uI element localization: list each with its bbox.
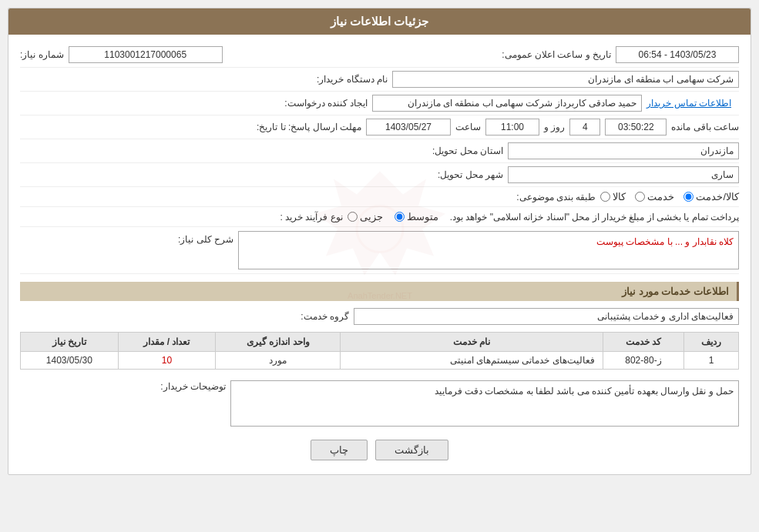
service-group-label: گروه خدمت: bbox=[287, 311, 349, 322]
deadline-days-label: روز و bbox=[544, 122, 565, 132]
buyer-notes-field: حمل و نقل وارسال بعهده تأمین کننده می با… bbox=[230, 380, 739, 427]
purchase-type-desc: پرداخت تمام یا بخشی از مبلغ خریدار از مح… bbox=[450, 212, 739, 223]
purchase-motevaset-item: متوسط bbox=[395, 211, 438, 223]
province-label: استان محل تحویل: bbox=[411, 146, 503, 156]
category-kala-khadamat-item: کالا/خدمت bbox=[683, 191, 739, 202]
deadline-remaining-field: 03:50:22 bbox=[605, 119, 667, 136]
page-title: جزئیات اطلاعات نیاز bbox=[8, 8, 751, 35]
services-table: ردیف کد خدمت نام خدمت واحد اندازه گیری ت… bbox=[20, 332, 739, 370]
col-date: تاریخ نیاز bbox=[21, 333, 119, 352]
category-kala-label: کالا bbox=[613, 191, 626, 202]
purchase-jozyi-radio[interactable] bbox=[348, 212, 358, 222]
deadline-time-field: 11:00 bbox=[485, 119, 539, 136]
category-kala-item: کالا bbox=[600, 191, 626, 202]
purchase-jozyi-item: جزیی bbox=[348, 211, 383, 223]
category-kala-khadamat-radio[interactable] bbox=[683, 192, 694, 202]
need-number-label: شماره نیاز: bbox=[20, 49, 64, 60]
announce-label: تاریخ و ساعت اعلان عمومی: bbox=[502, 49, 611, 60]
cell-row-num: 1 bbox=[684, 352, 739, 370]
col-service-name: نام خدمت bbox=[341, 333, 603, 352]
deadline-date-field: 1403/05/27 bbox=[366, 119, 451, 136]
col-row-num: ردیف bbox=[684, 333, 739, 352]
deadline-days-field: 4 bbox=[569, 119, 600, 136]
purchase-motevaset-radio[interactable] bbox=[395, 212, 405, 222]
category-khadamat-radio[interactable] bbox=[635, 192, 645, 202]
category-kala-radio[interactable] bbox=[600, 192, 610, 202]
col-unit: واحد اندازه گیری bbox=[216, 333, 341, 352]
cell-date: 1403/05/30 bbox=[21, 352, 119, 370]
col-service-code: کد خدمت bbox=[603, 333, 684, 352]
city-field: ساری bbox=[508, 166, 739, 183]
purchase-jozyi-label: جزیی bbox=[360, 211, 383, 223]
purchase-motevaset-label: متوسط bbox=[407, 211, 438, 223]
buyer-org-field: شرکت سهامی اب منطقه ای مازندران bbox=[392, 71, 739, 88]
purchase-type-label: نوع فرآیند خرید : bbox=[250, 212, 343, 223]
deadline-remaining-label: ساعت باقی مانده bbox=[671, 122, 739, 132]
services-section-header: اطلاعات خدمات مورد نیاز bbox=[20, 282, 739, 301]
table-row: 1 ز-80-802 فعالیت‌های خدماتی سیستم‌های ا… bbox=[21, 352, 739, 370]
back-button[interactable]: بازگشت bbox=[375, 440, 448, 460]
deadline-label: مهلت ارسال پاسخ: تا تاریخ: bbox=[254, 122, 361, 132]
print-button[interactable]: چاپ bbox=[311, 440, 368, 460]
category-khadamat-item: خدمت bbox=[635, 191, 674, 202]
category-khadamat-label: خدمت bbox=[647, 191, 674, 202]
contact-link[interactable]: اطلاعات تماس خریدار bbox=[646, 98, 731, 109]
deadline-time-label: ساعت bbox=[455, 122, 481, 132]
buyer-org-label: نام دستگاه خریدار: bbox=[295, 74, 388, 85]
description-field: کلاه نقابدار و ... با مشخصات پیوست bbox=[238, 231, 739, 269]
buttons-row: بازگشت چاپ bbox=[20, 440, 739, 460]
cell-quantity: 10 bbox=[118, 352, 216, 370]
city-label: شهر محل تحویل: bbox=[411, 169, 503, 180]
cell-service-name: فعالیت‌های خدماتی سیستم‌های امنیتی bbox=[341, 352, 603, 370]
cell-service-code: ز-80-802 bbox=[603, 352, 684, 370]
need-number-field: 1103001217000065 bbox=[69, 46, 223, 63]
province-field: مازندران bbox=[508, 142, 739, 159]
main-card: AnahTender.NET جزئیات اطلاعات نیاز تاریخ… bbox=[8, 8, 751, 475]
category-kala-khadamat-label: کالا/خدمت bbox=[696, 191, 739, 202]
creator-field: حمید صادقی کاربرداز شرکت سهامی اب منطقه … bbox=[372, 95, 642, 112]
cell-unit: مورد bbox=[216, 352, 341, 370]
description-label: شرح کلی نیاز: bbox=[141, 231, 233, 245]
announce-date-field: 1403/05/23 - 06:54 bbox=[616, 46, 739, 63]
category-label: طبقه بندی موضوعی: bbox=[503, 192, 596, 202]
service-group-field: فعالیت‌های اداری و خدمات پشتیبانی bbox=[354, 308, 739, 325]
col-quantity: تعداد / مقدار bbox=[118, 333, 216, 352]
buyer-notes-label: توضیحات خریدار: bbox=[156, 378, 226, 392]
creator-label: ایجاد کننده درخواست: bbox=[275, 98, 368, 109]
